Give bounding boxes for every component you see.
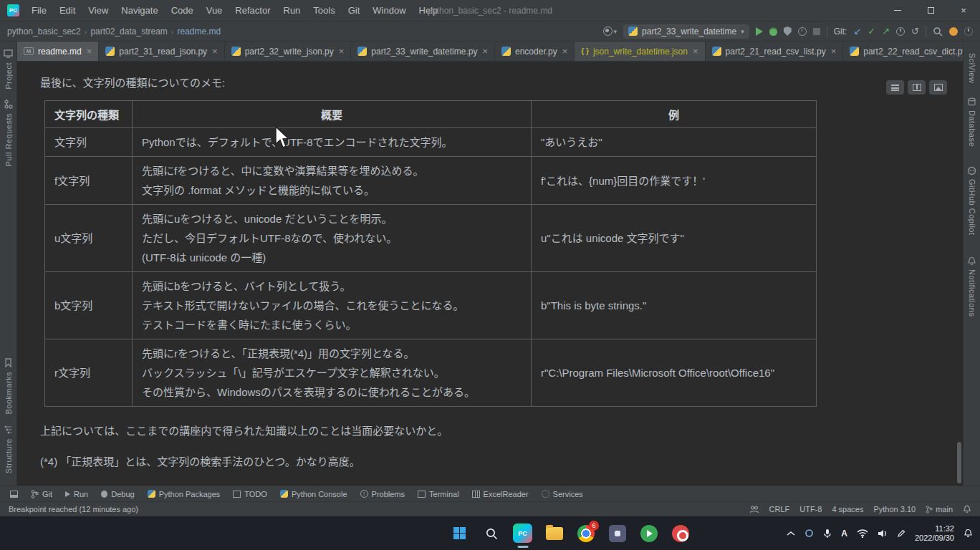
sidebar-item-database[interactable]: Database	[968, 110, 976, 147]
run-with-coverage-button[interactable]	[784, 26, 792, 36]
sidebar-item-bookmarks[interactable]: Bookmarks	[4, 372, 13, 415]
database-icon[interactable]	[967, 97, 976, 107]
sidebar-item-sciview[interactable]: SciView	[968, 53, 976, 83]
structure-icon[interactable]	[4, 425, 13, 434]
settings-gear-icon[interactable]	[964, 27, 973, 36]
line-ending-indicator[interactable]: CRLF	[769, 505, 790, 513]
sidebar-item-structure[interactable]: Structure	[4, 438, 13, 473]
tab-part2-21-read-csv-list[interactable]: part2_21_read_csv_list.py ×	[706, 42, 844, 61]
taskbar-explorer-button[interactable]	[544, 524, 564, 543]
rollback-icon[interactable]: ↺	[911, 26, 919, 36]
tab-close-icon[interactable]: ×	[562, 46, 568, 57]
git-commit-icon[interactable]: ✓	[868, 26, 875, 36]
profile-button[interactable]: ▾	[603, 26, 618, 36]
tab-close-icon[interactable]: ×	[482, 46, 488, 57]
run-configuration-select[interactable]: part2_33_write_datetime ▾	[623, 24, 749, 39]
stop-button[interactable]	[813, 28, 820, 35]
menu-refactor[interactable]: Refactor	[229, 0, 277, 21]
git-update-icon[interactable]: ↙	[853, 26, 861, 36]
sidebar-item-pull-requests[interactable]: Pull Requests	[4, 113, 13, 166]
tab-part2-31-read-json[interactable]: part2_31_read_json.py ×	[99, 42, 224, 61]
taskbar-search-button[interactable]	[481, 524, 501, 543]
taskbar-pinned-app-button-3[interactable]	[671, 524, 690, 543]
wifi-icon[interactable]	[857, 529, 868, 538]
toolwindow-problems[interactable]: ! Problems	[360, 490, 405, 498]
toolwindow-excelreader[interactable]: ExcelReader	[472, 490, 529, 498]
tab-close-icon[interactable]: ×	[87, 46, 92, 57]
taskbar-pycharm-button[interactable]: PC	[513, 524, 532, 543]
breadcrumb-folder[interactable]: part02_data_stream	[90, 26, 167, 37]
tool-window-switcher-icon[interactable]	[10, 491, 18, 498]
hidden-icons-chevron-icon[interactable]	[787, 531, 795, 536]
sidebar-item-notifications[interactable]: Notifications	[968, 269, 976, 317]
interpreter-indicator[interactable]: Python 3.10	[873, 505, 916, 513]
menu-file[interactable]: File	[25, 0, 53, 21]
microphone-icon[interactable]	[823, 529, 832, 539]
pull-requests-icon[interactable]	[4, 100, 13, 109]
search-icon[interactable]	[933, 26, 943, 37]
menu-run[interactable]: Run	[277, 0, 307, 21]
minimize-button[interactable]	[881, 0, 914, 21]
menu-navigate[interactable]: Navigate	[115, 0, 164, 21]
history-icon[interactable]	[896, 27, 905, 36]
taskbar-pinned-app-button-1[interactable]	[607, 524, 627, 543]
tab-part2-32-write-json[interactable]: part2_32_write_json.py ×	[225, 42, 352, 61]
sidebar-item-project[interactable]: Project	[4, 62, 13, 90]
vertical-scrollbar[interactable]	[957, 442, 961, 483]
breadcrumb-project[interactable]: python_basic_sec2	[7, 26, 81, 37]
preview-view-button[interactable]	[929, 80, 947, 95]
pen-icon[interactable]	[897, 529, 905, 538]
debug-button[interactable]	[769, 27, 777, 36]
encoding-indicator[interactable]: UTF-8	[799, 505, 822, 513]
indent-indicator[interactable]: 4 spaces	[832, 505, 863, 513]
menu-view[interactable]: View	[82, 0, 115, 21]
toolwindow-debug[interactable]: Debug	[101, 490, 134, 498]
notifications-bell-icon[interactable]	[967, 256, 976, 266]
toolwindow-python-packages[interactable]: Python Packages	[148, 490, 221, 498]
code-with-me-icon[interactable]	[749, 505, 759, 513]
toolwindow-git[interactable]: Git	[31, 490, 52, 498]
status-message[interactable]: Breakpoint reached (12 minutes ago)	[9, 505, 138, 513]
bookmarks-icon[interactable]	[4, 358, 13, 367]
menu-code[interactable]: Code	[165, 0, 200, 21]
ime-mode-indicator[interactable]: A	[841, 529, 847, 539]
breadcrumb-file[interactable]: readme.md	[178, 26, 221, 37]
git-branch-indicator[interactable]: main	[926, 505, 953, 513]
ide-event-icon[interactable]	[949, 27, 958, 36]
profiler-button[interactable]	[798, 27, 807, 36]
close-button[interactable]: ×	[947, 0, 980, 21]
toolwindow-todo[interactable]: TODO	[233, 490, 267, 498]
menu-tools[interactable]: Tools	[307, 0, 341, 21]
tray-settings-icon[interactable]	[804, 529, 814, 538]
tab-close-icon[interactable]: ×	[212, 46, 218, 57]
taskbar-clock[interactable]: 11:32 2022/09/30	[915, 524, 954, 543]
tab-json-write-datetime[interactable]: { } json_write_datetime.json ×	[575, 42, 705, 61]
tab-close-icon[interactable]: ×	[339, 46, 345, 57]
split-view-button[interactable]	[908, 80, 926, 95]
menu-vue[interactable]: Vue	[200, 0, 229, 21]
notifications-bell-icon[interactable]	[963, 505, 971, 513]
menu-edit[interactable]: Edit	[53, 0, 82, 21]
tab-readme-md[interactable]: M readme.md ×	[17, 42, 99, 61]
tab-close-icon[interactable]: ×	[693, 46, 698, 57]
tab-encoder[interactable]: encoder.py ×	[495, 42, 575, 61]
start-button[interactable]	[450, 524, 469, 543]
toolwindow-run[interactable]: Run	[65, 490, 88, 498]
taskbar-chrome-button[interactable]: 6	[576, 524, 595, 543]
menu-window[interactable]: Window	[366, 0, 412, 21]
sidebar-item-github-copilot[interactable]: GitHub Copilot	[968, 179, 976, 236]
notification-center-bell-icon[interactable]	[964, 529, 973, 538]
toolwindow-python-console[interactable]: Python Console	[280, 490, 347, 498]
tab-part2-33-write-datetime[interactable]: part2_33_write_datetime.py ×	[351, 42, 495, 61]
editor-view-button[interactable]	[886, 80, 904, 95]
toolwindow-terminal[interactable]: Terminal	[418, 490, 459, 498]
run-button[interactable]	[756, 27, 763, 36]
maximize-button[interactable]	[914, 0, 947, 21]
taskbar-pinned-app-button-2[interactable]	[639, 524, 658, 543]
project-tool-icon[interactable]	[4, 49, 13, 58]
toolwindow-services[interactable]: Services	[542, 490, 583, 498]
menu-git[interactable]: Git	[342, 0, 367, 21]
tab-close-icon[interactable]: ×	[831, 46, 837, 57]
git-push-icon[interactable]: ↗	[882, 26, 890, 36]
github-copilot-icon[interactable]	[967, 166, 976, 175]
